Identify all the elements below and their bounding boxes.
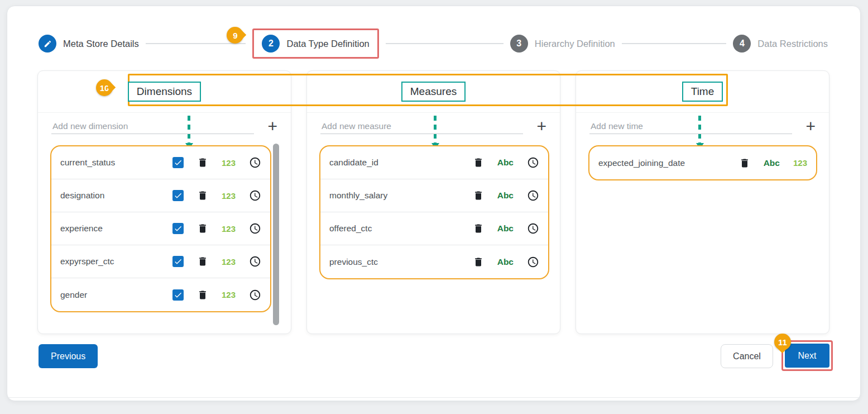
field-name: current_status — [60, 158, 172, 168]
dimensions-panel: Dimensions + current_status 123 designa — [37, 70, 291, 334]
measures-header: Measures — [307, 71, 560, 113]
type-label[interactable]: 123 — [222, 191, 236, 201]
stepper-connector — [146, 43, 246, 44]
next-button-highlight: 11 Next — [781, 340, 833, 371]
row-checkbox[interactable] — [172, 289, 184, 301]
measures-list: candidate_id Abc monthly_salary Abc — [319, 145, 549, 279]
field-name: previous_ctc — [329, 257, 473, 267]
type-label[interactable]: 123 — [222, 290, 236, 299]
check-icon — [174, 224, 183, 233]
add-time-input[interactable] — [589, 119, 792, 134]
step-hierarchy-definition[interactable]: 3 Hierarchy Definition — [510, 35, 615, 53]
step-2-highlight: 9 2 Data Type Definition — [252, 28, 378, 59]
list-item: current_status 123 — [51, 146, 270, 179]
field-name: experience — [60, 223, 172, 234]
add-time-row: + — [589, 119, 818, 134]
trash-icon[interactable] — [197, 223, 208, 234]
clock-icon[interactable] — [527, 256, 539, 268]
row-checkbox[interactable] — [172, 256, 184, 267]
list-item: previous_ctc Abc — [320, 245, 548, 278]
annotation-badge-9: 9 — [227, 27, 243, 44]
field-name: offered_ctc — [329, 223, 473, 234]
field-name: expected_joining_date — [598, 158, 739, 168]
dimensions-title: Dimensions — [128, 82, 201, 102]
pencil-icon — [44, 40, 52, 48]
type-label[interactable]: Abc — [497, 158, 514, 168]
list-item: gender 123 — [51, 278, 270, 311]
check-icon — [174, 257, 183, 266]
previous-button[interactable]: Previous — [39, 344, 98, 368]
step-2-label[interactable]: Data Type Definition — [286, 39, 369, 49]
field-name: candidate_id — [329, 158, 473, 168]
field-name: designation — [60, 191, 172, 201]
check-icon — [174, 191, 183, 200]
list-item: expected_joining_date Abc 123 — [589, 146, 816, 179]
step-1-label: Meta Store Details — [63, 39, 139, 49]
annotation-badge-10: 10 — [96, 79, 113, 96]
row-checkbox[interactable] — [172, 157, 184, 168]
add-dimension-input[interactable] — [51, 119, 254, 134]
trash-icon[interactable] — [473, 157, 484, 168]
wizard-card: Meta Store Details 9 2 Data Type Definit… — [7, 6, 861, 401]
clock-icon[interactable] — [527, 156, 539, 169]
field-name: gender — [60, 290, 172, 300]
stepper-connector — [622, 43, 727, 44]
trash-icon[interactable] — [197, 190, 208, 201]
clock-icon[interactable] — [249, 255, 261, 268]
trash-icon[interactable] — [197, 256, 208, 267]
row-controls: 123 — [172, 156, 261, 169]
type-label[interactable]: Abc — [497, 223, 514, 234]
time-list: expected_joining_date Abc 123 — [588, 145, 817, 180]
list-item: monthly_salary Abc — [320, 179, 548, 212]
trash-icon[interactable] — [473, 190, 484, 201]
type-label[interactable]: Abc — [497, 257, 514, 267]
field-name: expyrsper_ctc — [60, 256, 172, 267]
row-controls: 123 — [172, 222, 261, 235]
add-dimension-row: + — [51, 119, 280, 134]
type-label[interactable]: 123 — [222, 224, 236, 234]
stepper-connector — [386, 43, 503, 44]
list-item: designation 123 — [51, 179, 270, 212]
row-controls: Abc 123 — [739, 158, 807, 169]
trash-icon[interactable] — [197, 157, 208, 168]
trash-icon[interactable] — [197, 289, 208, 301]
time-header: Time — [576, 71, 829, 113]
clock-icon[interactable] — [249, 222, 261, 235]
trash-icon[interactable] — [473, 223, 484, 234]
secondary-type-label[interactable]: 123 — [793, 158, 807, 168]
clock-icon[interactable] — [249, 189, 261, 202]
add-measure-row: + — [320, 119, 549, 134]
row-controls: 123 — [172, 189, 261, 202]
time-panel: Time + expected_joining_date Abc 123 — [576, 70, 829, 334]
type-label[interactable]: Abc — [764, 158, 780, 168]
step-data-restrictions[interactable]: 4 Data Restrictions — [733, 35, 828, 53]
type-label[interactable]: 123 — [222, 257, 236, 267]
clock-icon[interactable] — [527, 222, 539, 235]
dimensions-header: Dimensions — [38, 71, 291, 113]
add-time-button[interactable]: + — [803, 120, 818, 134]
row-checkbox[interactable] — [172, 223, 184, 234]
step-meta-store-details[interactable]: Meta Store Details — [39, 35, 139, 53]
type-label[interactable]: Abc — [497, 191, 514, 201]
trash-icon[interactable] — [473, 256, 484, 268]
step-4-label: Data Restrictions — [757, 39, 828, 49]
clock-icon[interactable] — [527, 189, 539, 202]
add-dimension-button[interactable]: + — [265, 120, 280, 134]
list-item: offered_ctc Abc — [320, 212, 548, 245]
type-label[interactable]: 123 — [222, 158, 236, 168]
footer-divider — [8, 397, 860, 398]
row-controls: Abc — [473, 256, 539, 268]
trash-icon[interactable] — [739, 158, 750, 169]
stepper: Meta Store Details 9 2 Data Type Definit… — [39, 28, 828, 59]
list-item: expyrsper_ctc 123 — [51, 245, 270, 278]
field-name: monthly_salary — [329, 191, 473, 201]
clock-icon[interactable] — [249, 156, 261, 169]
next-button[interactable]: Next — [785, 344, 829, 368]
cancel-button[interactable]: Cancel — [721, 344, 773, 368]
add-measure-button[interactable]: + — [534, 120, 549, 134]
dimensions-scrollbar[interactable] — [273, 144, 279, 325]
add-measure-input[interactable] — [320, 119, 523, 134]
check-icon — [174, 158, 183, 167]
row-checkbox[interactable] — [172, 190, 184, 201]
clock-icon[interactable] — [249, 289, 261, 301]
